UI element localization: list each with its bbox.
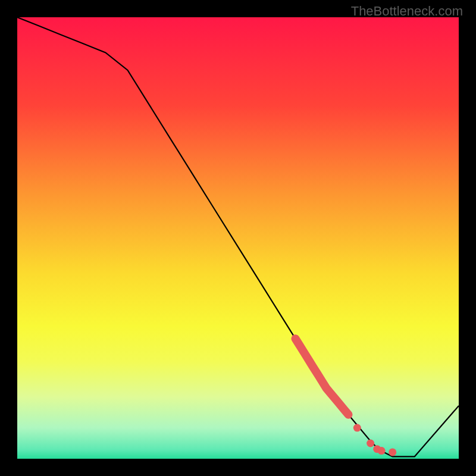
watermark-text: TheBottleneck.com — [351, 4, 463, 19]
highlight-dot — [353, 424, 361, 432]
highlight-dot — [378, 447, 386, 455]
highlight-dot — [389, 448, 396, 456]
chart-plot-area — [17, 17, 459, 459]
chart-svg — [17, 17, 459, 459]
highlight-dot — [367, 440, 374, 447]
chart-background — [17, 17, 459, 459]
